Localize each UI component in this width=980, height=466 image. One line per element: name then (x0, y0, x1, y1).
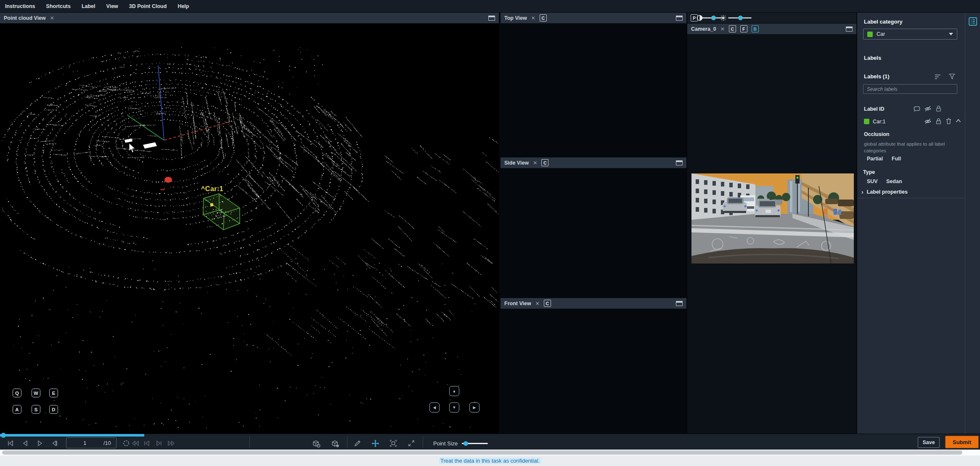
menu-label[interactable]: Label (82, 3, 95, 9)
eye-hidden-icon[interactable] (924, 105, 932, 112)
point-size-slider[interactable] (462, 443, 488, 444)
first-frame-button[interactable] (7, 439, 14, 447)
fast-forward-button[interactable] (167, 439, 175, 447)
eye-hidden-icon[interactable] (924, 118, 932, 125)
maximize-icon[interactable] (488, 16, 495, 21)
maximize-icon[interactable] (846, 27, 853, 32)
key-s[interactable]: S (32, 405, 40, 414)
save-button[interactable]: Save (918, 437, 940, 448)
play-button[interactable] (36, 439, 44, 447)
key-a[interactable]: A (13, 405, 21, 414)
menu-instructions[interactable]: Instructions (5, 3, 35, 9)
menu-view[interactable]: View (106, 3, 118, 9)
contrast-slider[interactable] (728, 17, 752, 19)
point-cloud-canvas[interactable] (0, 24, 499, 434)
occlusion-description: global attribute that applies to all lab… (864, 141, 960, 154)
front-view-viewport[interactable] (501, 309, 686, 434)
camera-viewport (687, 35, 856, 434)
submit-button[interactable]: Submit (945, 436, 979, 448)
contrast-icon (697, 15, 703, 21)
tag-icon[interactable] (914, 106, 921, 112)
maximize-icon[interactable] (676, 160, 683, 165)
occlusion-option-full[interactable]: Full (892, 156, 901, 162)
front-view-camera-button[interactable]: C (544, 300, 551, 307)
sort-icon[interactable] (935, 74, 941, 80)
step-backward-button[interactable] (143, 439, 151, 447)
add-fitted-cuboid-icon[interactable] (331, 439, 340, 447)
step-forward-button[interactable] (155, 439, 163, 447)
scrollbar-thumb[interactable] (2, 450, 962, 455)
close-icon[interactable]: ✕ (533, 160, 537, 165)
camera-b-button[interactable]: B (752, 25, 759, 32)
label-properties-text: Label properties (867, 189, 908, 195)
maximize-icon[interactable] (676, 16, 683, 21)
side-view-camera-button[interactable]: C (541, 159, 548, 166)
frame-number-input[interactable] (66, 440, 103, 446)
pan-up-button[interactable]: ▲ (449, 386, 459, 396)
frame-total: /10 (103, 440, 111, 446)
seekbar-thumb[interactable] (1, 433, 6, 438)
confidential-banner: Treat the data in this task as confident… (0, 455, 980, 466)
point-size-thumb[interactable] (464, 441, 468, 446)
close-icon[interactable]: ✕ (720, 27, 725, 32)
fast-backward-button[interactable] (131, 439, 139, 447)
divider (347, 437, 347, 447)
point-cloud-header: Point cloud View ✕ (0, 13, 499, 24)
close-icon[interactable]: ✕ (531, 16, 535, 21)
previous-frame-button[interactable] (21, 439, 29, 447)
label-id-heading: Label ID (864, 106, 885, 112)
move-tool-icon[interactable] (371, 439, 379, 447)
search-labels-input[interactable] (863, 84, 957, 94)
divider (857, 198, 965, 198)
frame-seekbar[interactable] (0, 434, 144, 437)
side-rail (965, 13, 980, 434)
label-list-icon[interactable] (968, 17, 977, 26)
point-cloud-panel: Point cloud View ✕ ^Car:1 Q W E A S D ▲ … (0, 13, 500, 434)
trash-icon[interactable] (946, 118, 952, 125)
key-e[interactable]: E (49, 389, 58, 397)
camera-image[interactable] (691, 173, 854, 264)
camera-f-button[interactable]: F (740, 25, 747, 32)
side-view-header: Side View ✕ C (501, 157, 686, 168)
close-icon[interactable]: ✕ (535, 301, 540, 306)
labels-heading: Labels (864, 55, 881, 61)
horizontal-scrollbar[interactable] (0, 450, 980, 455)
add-cuboid-icon[interactable] (312, 439, 321, 447)
reload-icon[interactable] (122, 439, 130, 447)
label-color-swatch (864, 119, 869, 124)
key-d[interactable]: D (49, 405, 58, 414)
filter-icon[interactable] (949, 73, 955, 80)
chevron-up-icon[interactable] (956, 119, 961, 123)
menu-3d-point-cloud[interactable]: 3D Point Cloud (129, 3, 167, 9)
menu-help[interactable]: Help (177, 3, 189, 9)
expand-fullscreen-icon[interactable] (408, 439, 415, 447)
pan-left-button[interactable]: ◀ (429, 402, 440, 413)
menu-bar: Instructions Shortcuts Label View 3D Poi… (0, 0, 980, 13)
camera-c-button[interactable]: C (729, 25, 736, 32)
brightness-slider[interactable] (701, 17, 725, 19)
divider (423, 437, 423, 447)
label-category-dropdown[interactable]: Car (863, 29, 957, 40)
labels-count: Labels (1) (864, 73, 890, 80)
frame-object-icon[interactable] (389, 439, 397, 447)
occlusion-option-partial[interactable]: Partial (867, 156, 883, 162)
last-frame-button[interactable] (51, 439, 58, 447)
type-option-sedan[interactable]: Sedan (886, 178, 902, 184)
menu-shortcuts[interactable]: Shortcuts (46, 3, 71, 9)
close-icon[interactable]: ✕ (50, 16, 54, 21)
key-w[interactable]: W (32, 389, 40, 397)
maximize-icon[interactable] (676, 301, 683, 306)
label-row-name[interactable]: Car:1 (873, 119, 886, 125)
lock-icon[interactable] (935, 118, 942, 125)
lock-icon[interactable] (935, 105, 942, 112)
pan-right-button[interactable]: ▶ (469, 402, 479, 413)
edit-pencil-icon[interactable] (354, 439, 361, 447)
pan-down-button[interactable]: ▼ (449, 402, 459, 413)
type-option-suv[interactable]: SUV (867, 178, 878, 184)
chevron-down-icon (949, 33, 953, 35)
key-q[interactable]: Q (13, 389, 21, 397)
top-view-camera-button[interactable]: C (540, 14, 547, 21)
label-properties-toggle[interactable]: › Label properties (861, 189, 908, 195)
side-view-viewport[interactable] (501, 168, 686, 298)
top-view-viewport[interactable] (501, 24, 686, 157)
